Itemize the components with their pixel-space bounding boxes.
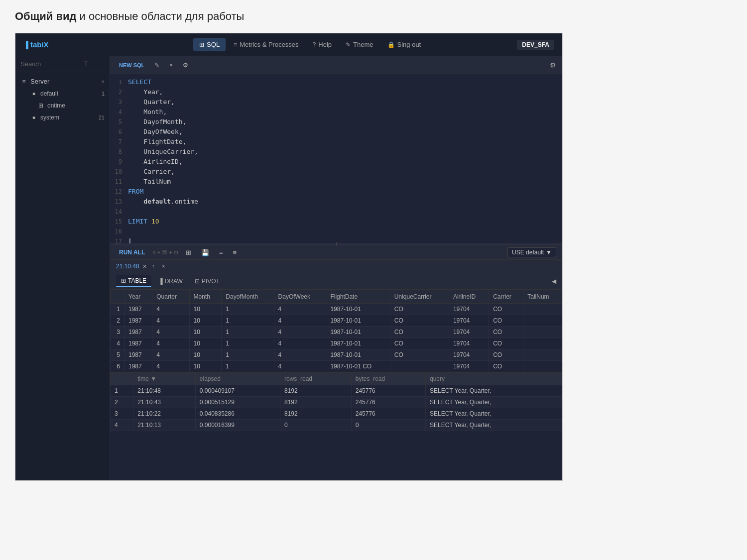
cell: 1987 (124, 327, 152, 338)
nav-item-help[interactable]: ? Help (307, 38, 338, 51)
server-icon: ≡ (20, 78, 27, 85)
code-line-3: 3 Quarter, (110, 98, 562, 108)
log-cell: 1 (111, 385, 133, 397)
log-cell: 8192 (280, 385, 351, 397)
resize-icon-button[interactable]: ⊞ (183, 248, 194, 257)
cell: 1 (222, 338, 274, 349)
save-button[interactable]: 💾 (199, 248, 212, 257)
pivot-tab-label: PIVOT (202, 278, 220, 285)
log-cell: 0.000515129 (195, 397, 280, 408)
run-all-button[interactable]: RUN ALL (116, 247, 148, 257)
results-table: YearQuarterMonthDayofMonthDayOfWeekFligh… (110, 290, 562, 372)
collapse-button[interactable]: ◀ (552, 278, 556, 285)
cell: 19704 (449, 361, 489, 372)
db-selector-arrow: ▼ (546, 249, 552, 256)
sidebar-item-ontime[interactable]: ⊞ ontime (32, 100, 110, 112)
content-area: NEW SQL ✎ × ⚙ ⚙ 1SELECT2 Year,3 Quarter,… (110, 56, 562, 480)
eq-icon-button[interactable]: = (217, 248, 226, 257)
system-db-icon: ● (30, 114, 37, 121)
cell (523, 361, 562, 372)
run-all-label: RUN ALL (119, 249, 145, 256)
tab-table[interactable]: ⊞ TABLE (116, 275, 151, 287)
run-toolbar: RUN ALL s + ⌘ + m ⊞ 💾 = ≡ USE default ▼ (110, 245, 562, 260)
default-badge: 1 (102, 91, 105, 97)
draw-tab-label: DRAW (165, 278, 183, 285)
nav-center: ⊞ SQL ≡ Metrics & Processes ? Help ✎ The… (103, 38, 517, 51)
sidebar-item-system[interactable]: ● system 21 (25, 112, 110, 123)
cell: 10 (189, 338, 222, 349)
code-line-12: 12FROM (110, 188, 562, 198)
sidebar-item-default[interactable]: ● default 1 (25, 88, 110, 100)
code-editor[interactable]: 1SELECT2 Year,3 Quarter,4 Month,5 DayofM… (110, 74, 562, 243)
filter-icon[interactable]: ⊤ (83, 60, 89, 68)
edit-button[interactable]: ✎ (151, 60, 162, 70)
query-log-table: time ▼elapsedrows_readbytes_readquery121… (110, 372, 562, 431)
logo: ▐ tabiX (23, 40, 103, 49)
log-cell: 0 (280, 420, 351, 431)
cell (523, 315, 562, 327)
nav-item-signout[interactable]: 🔒 Sing out (381, 38, 427, 51)
result-cancel-icon[interactable]: ✕ (142, 263, 147, 270)
nav-item-metrics[interactable]: ≡ Metrics & Processes (228, 38, 305, 51)
cell: 4 (274, 315, 326, 327)
tab-pivot[interactable]: ⊡ PIVOT (190, 276, 225, 287)
table-row: 21987410141987-10-01CO19704CO (111, 315, 562, 327)
cell: 1987 (124, 315, 152, 327)
table-row: 41987410141987-10-01CO19704CO (111, 338, 562, 349)
col-header-10: TailNum (523, 290, 562, 304)
tab-draw[interactable]: ▐ DRAW (153, 276, 188, 287)
page-title: Общий вид и основные области для работы (15, 10, 732, 23)
col-header-1: Year (124, 290, 152, 304)
cell: 10 (189, 361, 222, 372)
row-num: 6 (111, 361, 124, 372)
cell (523, 338, 562, 349)
col-header-8: AirlineID (449, 290, 489, 304)
log-cell: 4 (111, 420, 133, 431)
table-row: 61987410141987-10-01 CO19704CO (111, 361, 562, 372)
cell: 4 (152, 361, 189, 372)
log-cell: 0.000016399 (195, 420, 280, 431)
log-row: 221:10:430.0005151298192245776SELECT Yea… (111, 397, 562, 408)
new-sql-button[interactable]: NEW SQL (116, 61, 147, 70)
sql-icon: ⊞ (199, 41, 204, 48)
result-timestamp[interactable]: 21:10:48 (116, 263, 139, 270)
log-cell: 3 (111, 408, 133, 420)
row-num: 3 (111, 327, 124, 338)
gear-button[interactable]: ⚙ (550, 61, 556, 69)
settings-button[interactable]: ⚙ (180, 60, 191, 70)
db-selector[interactable]: USE default ▼ (507, 247, 556, 257)
cell: 1 (222, 304, 274, 315)
log-cell: SELECT Year, Quarter, (425, 397, 562, 408)
cell: 1987 (124, 361, 152, 372)
col-header-4: DayofMonth (222, 290, 274, 304)
data-table-wrapper[interactable]: YearQuarterMonthDayofMonthDayOfWeekFligh… (110, 290, 562, 480)
table-tab-label: TABLE (128, 277, 146, 284)
save-icon: 💾 (201, 249, 209, 256)
code-line-16: 16 (110, 227, 562, 237)
signout-icon: 🔒 (387, 41, 395, 48)
run-shortcuts: s + ⌘ + m (153, 249, 178, 256)
cell: 19704 (449, 327, 489, 338)
log-cell: SELECT Year, Quarter, (425, 385, 562, 397)
cell: 19704 (449, 338, 489, 349)
code-line-5: 5 DayofMonth, (110, 118, 562, 128)
nav-item-theme[interactable]: ✎ Theme (340, 38, 379, 51)
code-line-7: 7 FlightDate, (110, 138, 562, 148)
cell: 1987-10-01 CO (326, 361, 390, 372)
nav-item-sql[interactable]: ⊞ SQL (193, 38, 226, 51)
cell: CO (390, 327, 449, 338)
log-cell: 245776 (351, 397, 425, 408)
log-cell: 21:10:43 (133, 397, 196, 408)
result-x-icon[interactable]: × (160, 262, 167, 271)
col-header-5: DayOfWeek (274, 290, 326, 304)
menu-icon-button[interactable]: ≡ (231, 248, 240, 257)
sidebar-search-bar: ⊤ (15, 56, 110, 72)
search-input[interactable] (20, 60, 80, 68)
row-num: 1 (111, 304, 124, 315)
result-upload-icon[interactable]: ↑ (150, 262, 157, 271)
cell: 4 (152, 349, 189, 361)
cell: 1987-10-01 (326, 338, 390, 349)
result-tabbar: 21:10:48 ✕ ↑ × (110, 260, 562, 273)
sidebar-item-server[interactable]: ≡ Server ∨ (15, 75, 110, 88)
close-tab-button[interactable]: × (166, 60, 176, 70)
